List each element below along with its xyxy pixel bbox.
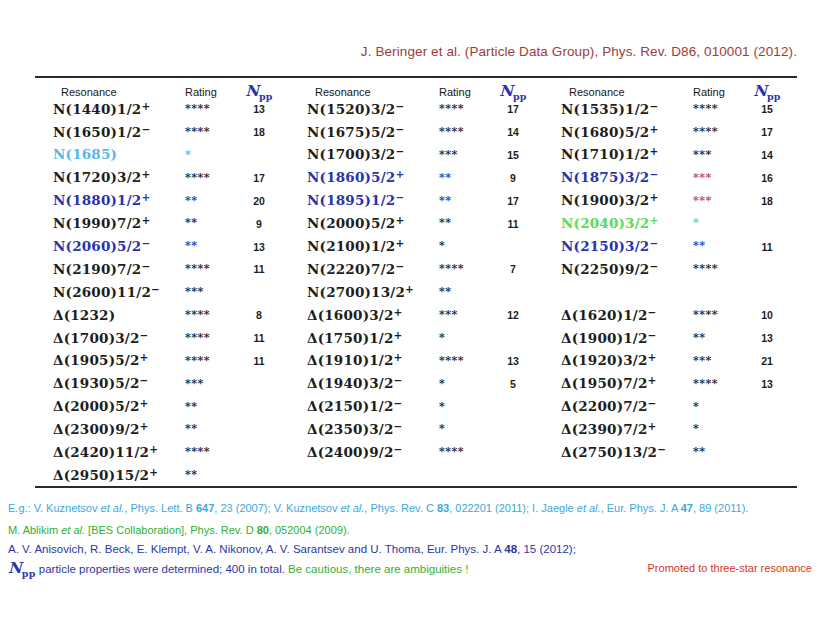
rating-stars: **	[693, 332, 749, 343]
resonance-label: Δ(2300)9/2+	[53, 423, 185, 437]
reference-line-kuznetsov: E.g.: V. Kuznetsov et al., Phys. Lett. B…	[8, 502, 748, 515]
table-cell: Δ(2950)15/2+**	[35, 469, 289, 483]
rating-stars: ****	[439, 126, 495, 137]
rating-stars: ****	[693, 309, 749, 320]
resonance-label: N(1700)3/2−	[307, 148, 439, 162]
table-cell: N(2250)9/2−****	[543, 263, 797, 277]
rating-stars: ****	[185, 355, 241, 366]
promoted-note: Promoted to three-star resonance	[648, 562, 812, 574]
rating-stars: ***	[693, 172, 749, 183]
rating-stars: ***	[185, 378, 241, 389]
rating-stars: **	[185, 401, 241, 412]
table-cell: Δ(1905)5/2+****11	[35, 354, 289, 368]
table-cell: N(2060)5/2−**13	[35, 240, 289, 254]
resonance-label: N(2150)3/2−	[561, 240, 693, 254]
rating-stars: ****	[185, 332, 241, 343]
reference-line-bes: M. Ablikim et al. [BES Collaboration], P…	[8, 524, 350, 537]
resonance-label: Δ(1232)	[53, 309, 185, 323]
npp-symbol: Npp	[245, 82, 273, 100]
header-rating: Rating	[693, 86, 749, 98]
rating-stars: ***	[693, 149, 749, 160]
resonance-label: N(1675)5/2−	[307, 126, 439, 140]
resonance-label: N(1680)5/2+	[561, 126, 693, 140]
resonance-label: N(1710)1/2+	[561, 148, 693, 162]
table-cell: N(2100)1/2+*	[289, 240, 543, 254]
npp-value: 17	[241, 173, 277, 184]
table-cell: N(1520)3/2−****17	[289, 103, 543, 117]
table-row: N(1990)7/2+**9N(2000)5/2+**11N(2040)3/2+…	[35, 212, 797, 235]
resonance-label: Δ(2000)5/2+	[53, 400, 185, 414]
npp-value: 10	[749, 310, 785, 321]
table-cell: Δ(2150)1/2−*	[289, 400, 543, 414]
resonance-label: N(1895)1/2−	[307, 194, 439, 208]
resonance-label: N(2250)9/2−	[561, 263, 693, 277]
table-cell: N(1990)7/2+**9	[35, 217, 289, 231]
header-npp: Npp	[241, 82, 277, 102]
header-resonance: Resonance	[307, 86, 439, 98]
table-row: Δ(1232)****8Δ(1600)3/2+***12Δ(1620)1/2−*…	[35, 304, 797, 327]
table-cell: N(2000)5/2+**11	[289, 217, 543, 231]
npp-value: 16	[749, 173, 785, 184]
table-cell: N(1720)3/2+****17	[35, 171, 289, 185]
rating-stars: ****	[439, 355, 495, 366]
npp-value: 13	[749, 379, 785, 390]
npp-value: 11	[241, 264, 277, 275]
rating-stars: **	[439, 195, 495, 206]
header-rating: Rating	[439, 86, 495, 98]
rating-stars: **	[185, 423, 241, 434]
table-cell: Δ(1620)1/2−****10	[543, 309, 797, 323]
resonance-label: N(1650)1/2−	[53, 126, 185, 140]
npp-value: 21	[749, 356, 785, 367]
table-cell: Δ(1750)1/2+*	[289, 332, 543, 346]
resonance-label: Δ(2400)9/2−	[307, 446, 439, 460]
rating-stars: ****	[693, 263, 749, 274]
npp-value: 12	[495, 310, 531, 321]
rating-stars: *	[439, 332, 495, 343]
table-cell: Δ(1950)7/2+****13	[543, 377, 797, 391]
rating-stars: ****	[185, 446, 241, 457]
table-row: Δ(1905)5/2+****11Δ(1910)1/2+****13Δ(1920…	[35, 350, 797, 373]
npp-value: 18	[749, 196, 785, 207]
table-cell: Δ(2000)5/2+**	[35, 400, 289, 414]
rating-stars: ****	[185, 263, 241, 274]
table-cell: N(2220)7/2−****7	[289, 263, 543, 277]
npp-symbol: Npp	[499, 82, 527, 100]
table-row: N(2060)5/2−**13N(2100)1/2+*N(2150)3/2−**…	[35, 235, 797, 258]
rating-stars: ***	[439, 149, 495, 160]
npp-value: 11	[241, 333, 277, 344]
table-cell: N(1900)3/2+***18	[543, 194, 797, 208]
table-cell: Δ(2300)9/2+**	[35, 423, 289, 437]
table-cell: Δ(1930)5/2−***	[35, 377, 289, 391]
table-cell: N(1710)1/2+***14	[543, 148, 797, 162]
resonance-label: Δ(1920)3/2+	[561, 354, 693, 368]
resonance-label: N(1685)	[53, 148, 185, 162]
table-cell: Δ(2200)7/2−*	[543, 400, 797, 414]
table-cell: N(1895)1/2−**17	[289, 194, 543, 208]
table-cell: N(1860)5/2+**9	[289, 171, 543, 185]
resonance-label: Δ(2350)3/2−	[307, 423, 439, 437]
header-resonance: Resonance	[53, 86, 185, 98]
citation-title: J. Beringer et al. (Particle Data Group)…	[361, 44, 797, 59]
table-cell: Δ(2750)13/2−**	[543, 446, 797, 460]
caution-note: Be cautious, there are ambiguities !	[288, 563, 468, 575]
npp-value: 8	[241, 310, 277, 321]
table-row: Δ(2000)5/2+**Δ(2150)1/2−*Δ(2200)7/2−*	[35, 396, 797, 419]
table-cell: Δ(1940)3/2−*5	[289, 377, 543, 391]
rating-stars: **	[439, 172, 495, 183]
resonance-label: Δ(1600)3/2+	[307, 309, 439, 323]
resonance-label: Δ(2200)7/2−	[561, 400, 693, 414]
resonance-label: Δ(2150)1/2−	[307, 400, 439, 414]
rating-stars: **	[185, 195, 241, 206]
npp-value: 11	[241, 356, 277, 367]
table-cell: Δ(2350)3/2−*	[289, 423, 543, 437]
reference-line-anisovich: A. V. Anisovich, R. Beck, E. Klempt, V. …	[8, 543, 576, 557]
table-header-group-2: Resonance Rating Npp	[289, 82, 543, 102]
resonance-label: Δ(1700)3/2−	[53, 332, 185, 346]
resonance-label: Δ(1900)1/2−	[561, 332, 693, 346]
resonance-label: N(2000)5/2+	[307, 217, 439, 231]
rating-stars: ****	[185, 309, 241, 320]
table-cell: Δ(1700)3/2−****11	[35, 332, 289, 346]
rating-stars: *	[439, 423, 495, 434]
npp-value: 13	[241, 242, 277, 253]
resonance-label: Δ(1950)7/2+	[561, 377, 693, 391]
